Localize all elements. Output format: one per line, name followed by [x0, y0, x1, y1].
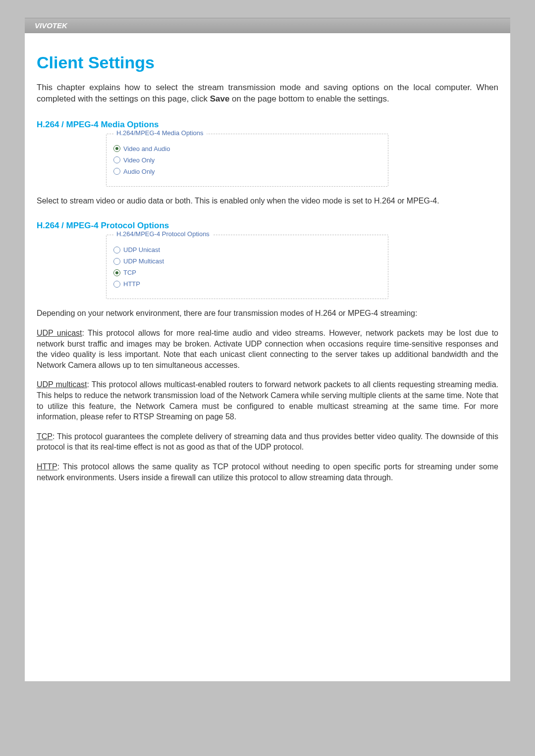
- udp-unicast-text: : This protocol allows for more real-tim…: [37, 329, 498, 369]
- protocol-options-fieldset: H.264/MPEG-4 Protocol Options UDP Unicas…: [106, 235, 388, 299]
- media-option-label: Video and Audio: [123, 145, 170, 152]
- media-option-audio-only[interactable]: Audio Only: [113, 168, 381, 175]
- protocol-option-label: HTTP: [123, 280, 140, 288]
- protocol-udp-unicast: UDP unicast: This protocol allows for mo…: [37, 328, 498, 370]
- http-text: : This protocol allows the same quality …: [37, 462, 498, 482]
- intro-paragraph: This chapter explains how to select the …: [37, 82, 498, 105]
- radio-icon: [113, 258, 120, 265]
- radio-icon: [113, 247, 120, 253]
- page-title: Client Settings: [37, 53, 498, 72]
- protocol-http: HTTP: This protocol allows the same qual…: [37, 461, 498, 483]
- media-option-label: Audio Only: [123, 168, 155, 175]
- udp-multicast-text: : This protocol allows multicast-enabled…: [37, 380, 498, 421]
- udp-unicast-label: UDP unicast: [37, 329, 82, 337]
- protocol-option-http[interactable]: HTTP: [113, 280, 381, 288]
- tcp-text: : This protocol guarantees the complete …: [37, 432, 498, 452]
- content-area: Client Settings This chapter explains ho…: [25, 33, 510, 502]
- radio-icon: [113, 156, 120, 163]
- footer-text: 24 - User's Manual: [36, 573, 90, 580]
- intro-bold: Save: [210, 94, 230, 103]
- protocol-legend: H.264/MPEG-4 Protocol Options: [113, 230, 213, 238]
- media-options-fieldset: H.264/MPEG-4 Media Options Video and Aud…: [106, 134, 388, 187]
- media-option-video-audio[interactable]: Video and Audio: [113, 145, 381, 152]
- footer-bar: 24 - User's Manual: [25, 571, 510, 582]
- media-legend: H.264/MPEG-4 Media Options: [113, 129, 207, 137]
- radio-icon: [113, 269, 120, 276]
- udp-multicast-label: UDP multicast: [37, 380, 87, 389]
- protocol-heading: H.264 / MPEG-4 Protocol Options: [37, 221, 498, 231]
- radio-icon: [113, 145, 120, 152]
- tcp-label: TCP: [37, 432, 53, 441]
- media-heading: H.264 / MPEG-4 Media Options: [37, 120, 498, 130]
- http-label: HTTP: [37, 462, 57, 471]
- protocol-option-udp-multicast[interactable]: UDP Multicast: [113, 257, 381, 265]
- protocol-intro: Depending on your network environment, t…: [37, 308, 498, 319]
- media-option-video-only[interactable]: Video Only: [113, 156, 381, 164]
- header-bar: VIVOTEK: [25, 18, 510, 33]
- protocol-udp-multicast: UDP multicast: This protocol allows mult…: [37, 379, 498, 422]
- protocol-option-udp-unicast[interactable]: UDP Unicast: [113, 246, 381, 253]
- media-note: Select to stream video or audio data or …: [37, 196, 498, 206]
- radio-icon: [113, 168, 120, 175]
- protocol-option-label: UDP Unicast: [123, 246, 160, 253]
- intro-part2: on the page bottom to enable the setting…: [229, 94, 389, 103]
- media-option-label: Video Only: [123, 156, 155, 164]
- page: VIVOTEK Client Settings This chapter exp…: [25, 18, 510, 681]
- protocol-option-tcp[interactable]: TCP: [113, 269, 381, 276]
- protocol-option-label: TCP: [123, 269, 136, 276]
- radio-icon: [113, 281, 120, 288]
- protocol-tcp: TCP: This protocol guarantees the comple…: [37, 431, 498, 453]
- brand-name: VIVOTEK: [35, 21, 67, 30]
- protocol-option-label: UDP Multicast: [123, 257, 164, 265]
